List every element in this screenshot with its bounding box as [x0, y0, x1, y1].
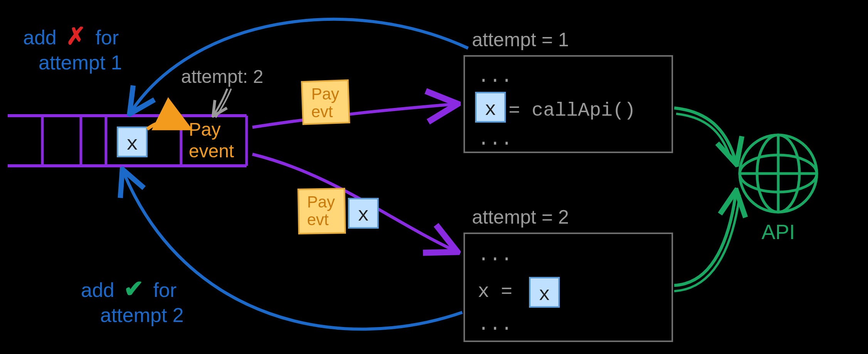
code-line: ... [478, 128, 512, 150]
code-line: = callApi() [509, 99, 636, 121]
text: add [23, 26, 57, 49]
code-line: ... [478, 314, 512, 335]
attempt1-token: x [476, 93, 505, 122]
token-text: x [485, 99, 496, 121]
sticky2-token: x [349, 199, 378, 228]
arrow-attempt-label-dbl [216, 89, 231, 118]
text: add [81, 279, 114, 301]
arrow-attempt1-to-api [674, 108, 736, 162]
attempt2-label: attempt = 2 [472, 206, 569, 228]
fail-mark-icon: ✗ [66, 23, 86, 49]
arrow-attempt2-to-api [674, 193, 736, 285]
attempt1-box: attempt = 1 ... x = callApi() ... [464, 29, 672, 152]
ok-mark-icon: ✔ [124, 275, 144, 302]
text: attempt 1 [39, 51, 122, 74]
code-line: ... [478, 244, 512, 266]
text: evt [311, 103, 333, 121]
event-queue: x Pay event [8, 116, 247, 166]
arrow-return-attempt1 [131, 19, 468, 112]
text: Pay [189, 119, 221, 140]
svg-text:add
      ✗
      for: add ✗ for [23, 23, 119, 49]
text: attempt: 2 [181, 66, 263, 87]
text: evt [307, 211, 329, 229]
queue-attempt-label: attempt: 2 [181, 66, 263, 118]
annotation-add-ok: add ✔ for attempt 2 [81, 275, 184, 326]
text: Pay [311, 85, 339, 103]
arrow-attempt2-to-api-dbl [674, 195, 740, 291]
token-text: x [539, 284, 550, 306]
annotation-add-fail: add ✗ for attempt 1 [23, 23, 122, 74]
text: for [153, 279, 177, 301]
token-text: x [126, 133, 138, 156]
queue-pay-event-label: Pay event [189, 119, 234, 161]
text: Pay [307, 193, 335, 211]
text: event [189, 141, 234, 161]
diagram-root: add ✗ for attempt 1 add ✔ for attempt 2 … [0, 0, 868, 354]
arrow-attempt1-to-api-dbl [676, 114, 731, 161]
attempt2-token: x [530, 278, 559, 307]
text: attempt 2 [100, 304, 184, 326]
arrow-dispatch-attempt1 [252, 104, 455, 127]
token-text: x [358, 204, 369, 226]
text: for [96, 26, 119, 49]
attempt2-box: attempt = 2 ... x = x ... [464, 206, 672, 341]
queue-result-token: x [118, 127, 147, 157]
sticky-pay-evt-2: Pay evt x [298, 189, 378, 234]
attempt1-label: attempt = 1 [472, 29, 569, 51]
svg-text:add
      ✔
      for: add ✔ for [81, 275, 176, 302]
code-line: ... [478, 66, 512, 88]
code-line: x = [478, 281, 512, 303]
sticky-pay-evt-1: Pay evt [302, 80, 349, 124]
api-label: API [761, 220, 795, 243]
api-globe-icon [740, 135, 817, 212]
